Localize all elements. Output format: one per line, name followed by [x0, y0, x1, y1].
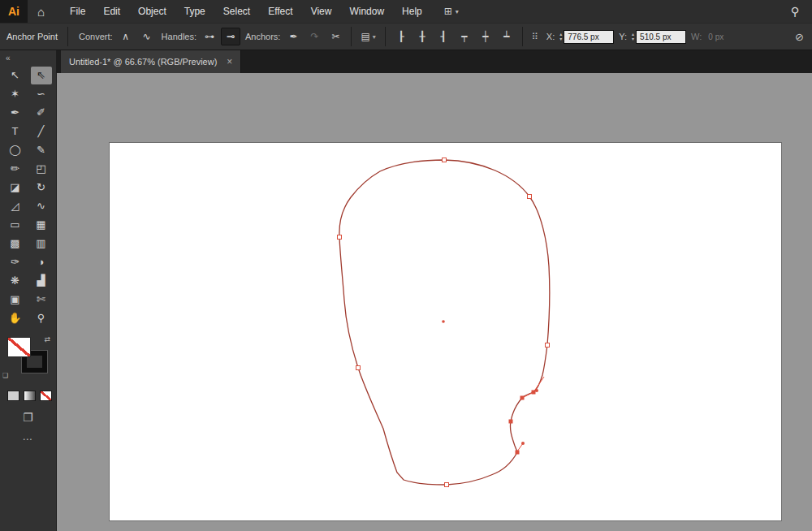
- anchor-point[interactable]: [445, 483, 449, 487]
- y-stepper[interactable]: ▴ ▾: [632, 32, 634, 41]
- align-vertical-center-button[interactable]: ┿: [476, 28, 495, 45]
- selected-anchor-point[interactable]: [520, 396, 525, 400]
- x-label: X:: [546, 32, 555, 41]
- zoom-tool[interactable]: ⚲: [31, 309, 52, 327]
- menu-select[interactable]: Select: [214, 0, 259, 23]
- convert-to-smooth-button[interactable]: ∿: [137, 28, 157, 45]
- canvas-area[interactable]: [57, 73, 812, 531]
- perspective-grid-tool[interactable]: ▦: [31, 216, 52, 234]
- scale-tool[interactable]: ◿: [5, 197, 26, 215]
- workspace-switcher[interactable]: ⊞ ▾: [444, 6, 459, 17]
- paintbrush-tool[interactable]: ✎: [31, 141, 52, 159]
- handle-end-dot[interactable]: [521, 442, 525, 445]
- direction-handle[interactable]: [533, 377, 544, 392]
- anchor-point[interactable]: [528, 195, 532, 199]
- no-style-icon[interactable]: ⊘: [795, 31, 804, 43]
- y-input[interactable]: 510.5 px: [636, 30, 686, 44]
- context-label: Anchor Point: [6, 32, 62, 41]
- width-tool[interactable]: ∿: [31, 197, 52, 215]
- selected-anchor-point[interactable]: [532, 391, 536, 395]
- anchor-point[interactable]: [338, 235, 342, 240]
- menu-type[interactable]: Type: [175, 0, 214, 23]
- eyedropper-tool[interactable]: ✑: [5, 253, 26, 271]
- connect-anchors-button[interactable]: ↷: [304, 28, 324, 45]
- shape-builder-tool[interactable]: ◰: [31, 160, 52, 178]
- document-tab[interactable]: Untitled-1* @ 66.67% (RGB/Preview) ×: [61, 50, 241, 73]
- align-vertical-bottom-button[interactable]: ┷: [497, 28, 516, 45]
- collapse-panel-icon[interactable]: «: [6, 54, 11, 63]
- none-button[interactable]: [40, 391, 52, 401]
- stepper-down-icon[interactable]: ▾: [632, 37, 634, 41]
- curvature-tool[interactable]: ✐: [31, 104, 52, 122]
- gradient-button[interactable]: [24, 391, 36, 401]
- anchor-point[interactable]: [546, 343, 550, 348]
- mesh-tool[interactable]: ▩: [5, 235, 26, 253]
- convert-to-corner-button[interactable]: ∧: [116, 28, 136, 45]
- document-tab-bar: Untitled-1* @ 66.67% (RGB/Preview) ×: [57, 50, 812, 73]
- color-mode-row: [0, 381, 56, 401]
- align-horizontal-left-button[interactable]: ┠: [391, 28, 411, 45]
- pen-tool[interactable]: ✒: [5, 104, 26, 122]
- type-tool[interactable]: T: [5, 123, 26, 140]
- eraser-tool[interactable]: ◪: [5, 179, 26, 196]
- chevron-down-icon: ▾: [373, 33, 376, 41]
- ellipse-tool[interactable]: ◯: [5, 141, 26, 159]
- select-similar-button[interactable]: ▤ ▾: [357, 31, 378, 42]
- screen-mode-button[interactable]: ❐: [0, 411, 56, 424]
- show-handles-button[interactable]: ⊶: [200, 28, 219, 45]
- stepper-down-icon[interactable]: ▾: [559, 37, 562, 41]
- magic-wand-tool[interactable]: ✶: [5, 85, 26, 103]
- menu-effect[interactable]: Effect: [259, 0, 301, 23]
- anchor-point[interactable]: [443, 158, 447, 162]
- main-menu: FileEditObjectTypeSelectEffectViewWindow…: [61, 0, 431, 23]
- rotate-tool[interactable]: ↻: [31, 179, 52, 196]
- fill-swatch[interactable]: [7, 337, 31, 357]
- slice-tool[interactable]: ✄: [31, 291, 52, 309]
- illustrator-logo[interactable]: Ai: [0, 0, 28, 23]
- artboard-tool[interactable]: ▣: [5, 291, 26, 309]
- align-horizontal-right-button[interactable]: ┨: [434, 28, 453, 45]
- color-button[interactable]: [7, 391, 19, 401]
- selected-anchor-point[interactable]: [516, 451, 520, 455]
- tools-panel: « ↖⇖✶∽✒✐T╱◯✎✏◰◪↻◿∿▭▦▩▥✑◑❋▟▣✄✋⚲ ⇄ ❏ ❐ ⋯: [0, 50, 57, 531]
- direct-selection-tool[interactable]: ⇖: [31, 67, 52, 84]
- menu-window[interactable]: Window: [340, 0, 393, 23]
- symbol-sprayer-tool[interactable]: ❋: [5, 272, 26, 290]
- menu-edit[interactable]: Edit: [94, 0, 129, 23]
- reference-point-icon[interactable]: ⠿: [532, 32, 538, 42]
- x-input[interactable]: 776.5 px: [564, 30, 614, 44]
- convert-button-group: ∧∿: [116, 28, 157, 45]
- lasso-tool[interactable]: ∽: [31, 85, 52, 103]
- align-horizontal-center-button[interactable]: ╂: [412, 28, 432, 45]
- menu-object[interactable]: Object: [129, 0, 175, 23]
- align-vertical-top-button[interactable]: ┯: [455, 28, 474, 45]
- selected-anchor-point[interactable]: [509, 420, 513, 424]
- hand-tool[interactable]: ✋: [5, 309, 26, 327]
- skull-path-drawing: [110, 143, 781, 520]
- column-graph-tool[interactable]: ▟: [31, 272, 52, 290]
- convert-label: Convert:: [79, 32, 113, 41]
- menu-view[interactable]: View: [302, 0, 341, 23]
- gradient-tool[interactable]: ▥: [31, 235, 52, 253]
- artboard[interactable]: [110, 143, 781, 520]
- line-segment-tool[interactable]: ╱: [31, 123, 52, 140]
- x-stepper[interactable]: ▴ ▾: [559, 32, 562, 41]
- home-icon[interactable]: ⌂: [28, 5, 54, 19]
- selection-tool[interactable]: ↖: [5, 67, 26, 84]
- hide-handles-button[interactable]: ⊸: [221, 28, 240, 45]
- close-icon[interactable]: ×: [227, 56, 232, 67]
- menu-file[interactable]: File: [61, 0, 94, 23]
- blend-tool[interactable]: ◑: [31, 253, 52, 271]
- search-icon[interactable]: ⚲: [791, 5, 799, 18]
- pencil-tool[interactable]: ✏: [5, 160, 26, 178]
- free-transform-tool[interactable]: ▭: [5, 216, 26, 234]
- anchors-label: Anchors:: [245, 32, 280, 41]
- handle-end-dot[interactable]: [535, 389, 538, 392]
- cut-path-button[interactable]: ✂: [326, 28, 345, 45]
- anchor-point[interactable]: [356, 366, 361, 370]
- remove-anchor-button[interactable]: ✒: [283, 28, 303, 45]
- more-tools-icon[interactable]: ⋯: [0, 434, 56, 445]
- default-fill-stroke-icon[interactable]: ❏: [2, 372, 8, 379]
- swap-fill-stroke-icon[interactable]: ⇄: [44, 335, 50, 343]
- menu-help[interactable]: Help: [393, 0, 431, 23]
